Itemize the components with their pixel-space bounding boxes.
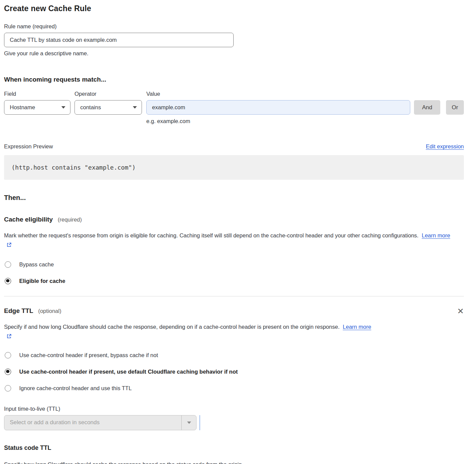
chevron-down-icon — [61, 106, 65, 109]
operator-label: Operator — [75, 91, 142, 97]
status-code-ttl-title: Status code TTL — [4, 444, 464, 452]
match-row: Field Hostname Operator contains Value A… — [4, 91, 464, 115]
field-select-value: Hostname — [10, 104, 35, 111]
radio-circle-checked-icon — [5, 278, 11, 284]
radio-eligible-for-cache[interactable]: Eligible for cache — [4, 278, 464, 284]
operator-select-value: contains — [80, 104, 101, 111]
expression-preview-code: (http.host contains "example.com") — [4, 155, 464, 180]
section-divider — [4, 296, 464, 296]
radio-circle-icon — [5, 385, 11, 392]
rule-name-input[interactable] — [4, 33, 234, 47]
match-heading: When incoming requests match... — [4, 76, 464, 83]
expression-code-text: (http.host contains "example.com") — [11, 164, 136, 171]
external-link-icon — [6, 242, 12, 248]
edge-ttl-learn-more-link[interactable]: Learn more — [343, 324, 371, 330]
then-heading: Then... — [4, 194, 464, 202]
edge-ttl-description: Specify if and how long Cloudflare shoul… — [4, 322, 378, 341]
field-select[interactable]: Hostname — [4, 100, 70, 115]
cache-eligibility-description: Mark whether the request's response from… — [4, 231, 457, 250]
rule-name-label: Rule name (required) — [4, 23, 464, 30]
focus-caret-bar — [199, 415, 200, 430]
edge-ttl-optional-tag: (optional) — [38, 308, 61, 314]
radio-ttl-default-behavior[interactable]: Use cache-control header if present, use… — [4, 369, 464, 375]
chevron-down-icon — [133, 106, 137, 109]
radio-ttl-ignore-header[interactable]: Ignore cache-control header and use this… — [4, 385, 464, 392]
radio-ttl-bypass-if-not[interactable]: Use cache-control header if present, byp… — [4, 352, 464, 358]
or-button[interactable]: Or — [446, 100, 464, 115]
cache-eligibility-required-tag: (required) — [58, 216, 82, 223]
operator-select[interactable]: contains — [75, 100, 142, 115]
ttl-duration-placeholder: Select or add a duration in seconds — [4, 415, 181, 430]
expression-preview-label: Expression Preview — [4, 143, 53, 150]
value-help: e.g. example.com — [146, 118, 464, 124]
edit-expression-link[interactable]: Edit expression — [426, 143, 464, 150]
rule-name-help: Give your rule a descriptive name. — [4, 50, 464, 57]
radio-circle-icon — [5, 352, 11, 358]
edge-ttl-close-icon[interactable]: ✕ — [457, 307, 464, 315]
status-code-ttl-description: Specify how long Cloudflare should cache… — [4, 460, 457, 464]
cache-eligibility-title: Cache eligibility — [4, 216, 53, 223]
and-button[interactable]: And — [414, 100, 440, 115]
cache-eligibility-learn-more-link[interactable]: Learn more — [422, 232, 450, 238]
radio-circle-icon — [5, 261, 11, 268]
edge-ttl-title: Edge TTL — [4, 307, 33, 314]
value-label: Value — [146, 91, 410, 97]
external-link-icon — [6, 334, 12, 339]
ttl-input-label: Input time-to-live (TTL) — [4, 406, 464, 412]
value-input[interactable] — [146, 100, 410, 115]
page-title: Create new Cache Rule — [4, 4, 464, 13]
chevron-down-icon — [187, 422, 191, 424]
radio-bypass-cache[interactable]: Bypass cache — [4, 261, 464, 268]
select-arrow-button[interactable] — [181, 415, 196, 430]
create-cache-rule-form: Create new Cache Rule Rule name (require… — [0, 0, 476, 464]
radio-circle-checked-icon — [5, 369, 11, 375]
field-label: Field — [4, 91, 70, 97]
ttl-duration-select[interactable]: Select or add a duration in seconds — [4, 415, 197, 430]
